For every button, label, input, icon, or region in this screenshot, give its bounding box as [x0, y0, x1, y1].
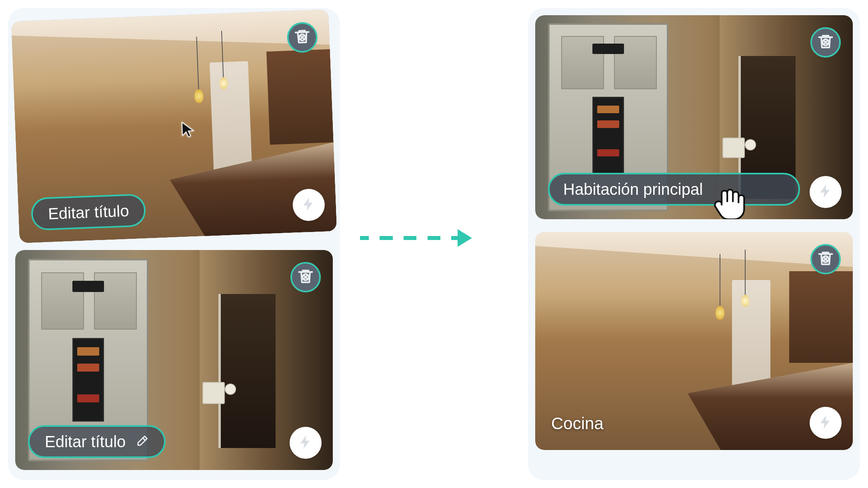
- cursor-hand-icon: [710, 186, 746, 219]
- flash-button[interactable]: [290, 427, 322, 459]
- title-input[interactable]: Habitación principal: [548, 173, 800, 206]
- flash-button[interactable]: [810, 407, 842, 439]
- trash-cancel-icon: [297, 268, 314, 287]
- edit-title-label: Editar título: [48, 202, 129, 223]
- before-column: Editar título: [8, 8, 340, 480]
- delete-button[interactable]: [290, 262, 321, 292]
- edit-title-label: Editar título: [45, 433, 126, 451]
- lightning-icon: [300, 196, 317, 214]
- photo-card[interactable]: Editar título: [15, 250, 333, 470]
- title-input-value: Habitación principal: [563, 180, 703, 198]
- trash-cancel-icon: [817, 33, 834, 52]
- lightning-icon: [818, 414, 834, 432]
- edit-title-button[interactable]: Editar título: [28, 425, 166, 458]
- transition-arrow: [360, 230, 472, 246]
- delete-button[interactable]: [810, 244, 841, 274]
- trash-cancel-icon: [293, 28, 312, 48]
- lightning-icon: [298, 434, 314, 452]
- trash-cancel-icon: [817, 250, 834, 269]
- arrow-dash-line: [360, 236, 459, 240]
- photo-card[interactable]: Editar título: [11, 9, 337, 243]
- photo-title-label: Cocina: [551, 414, 604, 433]
- photo-card[interactable]: Habitación principal: [535, 15, 853, 219]
- after-column: Habitación principal: [528, 8, 860, 480]
- lightning-icon: [818, 183, 834, 201]
- pencil-icon: [134, 434, 149, 449]
- arrow-head-icon: [458, 229, 472, 247]
- cursor-arrow-icon: [179, 120, 198, 139]
- edit-title-button[interactable]: Editar título: [31, 194, 146, 231]
- delete-button[interactable]: [810, 27, 841, 58]
- flash-button[interactable]: [810, 176, 842, 208]
- photo-card[interactable]: Cocina: [535, 232, 853, 450]
